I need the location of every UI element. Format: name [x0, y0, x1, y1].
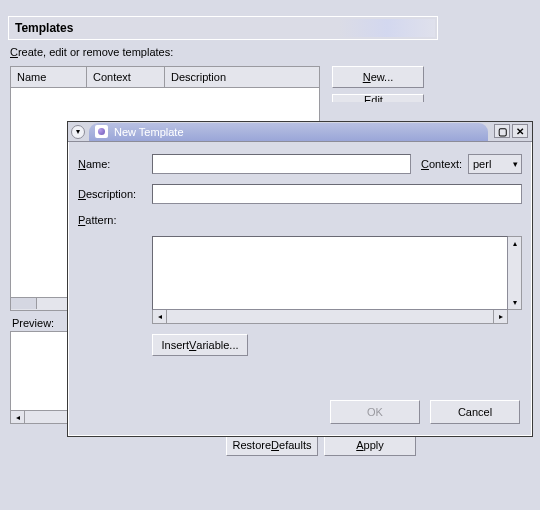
window-menu-icon[interactable]: ▾ — [71, 125, 85, 139]
ok-label: OK — [367, 406, 383, 418]
pattern-vertical-scrollbar[interactable]: ▴ ▾ — [508, 236, 522, 310]
insert-rest: ariable... — [196, 339, 238, 351]
scroll-down-arrow-icon[interactable]: ▾ — [508, 296, 521, 309]
new-button[interactable]: New... — [332, 66, 424, 88]
insert-variable-button[interactable]: Insert Variable... — [152, 334, 248, 356]
context-rest: ontext: — [429, 158, 462, 170]
restore-accel: D — [271, 439, 279, 451]
col-context[interactable]: Context — [87, 67, 165, 87]
context-accel: C — [421, 158, 429, 170]
apply-rest: pply — [364, 439, 384, 451]
description-input[interactable] — [152, 184, 522, 204]
pattern-label: Pattern: — [78, 214, 146, 226]
restore-rest: efaults — [279, 439, 311, 451]
maximize-icon[interactable]: ▢ — [494, 124, 510, 138]
bottom-button-row: Restore Defaults Apply — [226, 434, 534, 456]
restore-pre: Restore — [233, 439, 272, 451]
section-title: Templates — [8, 16, 438, 40]
dialog-titlebar[interactable]: ▾ New Template ▢ ✕ — [68, 122, 532, 142]
panel-caption: Create, edit or remove templates: — [10, 46, 534, 58]
name-input[interactable] — [152, 154, 411, 174]
name-rest: ame: — [86, 158, 110, 170]
description-label: Description: — [78, 188, 146, 200]
apply-accel: A — [356, 439, 363, 451]
pattern-textarea[interactable] — [152, 236, 508, 310]
restore-defaults-button[interactable]: Restore Defaults — [226, 434, 318, 456]
caption-accel: C — [10, 46, 18, 58]
edit-label: Edit... — [364, 94, 392, 102]
col-description[interactable]: Description — [165, 67, 319, 87]
pattern-rest: attern: — [85, 214, 116, 226]
new-accel: N — [363, 71, 371, 83]
edit-button[interactable]: Edit... — [332, 94, 424, 102]
new-template-dialog: ▾ New Template ▢ ✕ Name: Context: perl D… — [67, 121, 533, 437]
context-label: Context: — [421, 158, 462, 170]
context-selected-value: perl — [473, 158, 491, 170]
context-select[interactable]: perl — [468, 154, 522, 174]
scroll-thumb[interactable] — [11, 298, 37, 309]
dialog-title-text: New Template — [114, 126, 184, 138]
close-icon[interactable]: ✕ — [512, 124, 528, 138]
section-title-text: Templates — [15, 21, 73, 35]
insert-pre: Insert — [161, 339, 189, 351]
table-header: Name Context Description — [10, 66, 320, 88]
new-rest: ew... — [371, 71, 394, 83]
col-name[interactable]: Name — [11, 67, 87, 87]
cancel-button[interactable]: Cancel — [430, 400, 520, 424]
scroll-left-arrow-icon[interactable]: ◂ — [153, 310, 167, 323]
name-label: Name: — [78, 158, 146, 170]
eclipse-icon — [95, 125, 108, 138]
ok-button[interactable]: OK — [330, 400, 420, 424]
insert-accel: V — [189, 339, 196, 351]
desc-rest: escription: — [86, 188, 136, 200]
title-tab: New Template — [89, 123, 488, 141]
scroll-right-arrow-icon[interactable]: ▸ — [493, 310, 507, 323]
pattern-horizontal-scrollbar[interactable]: ◂ ▸ — [152, 310, 508, 324]
scroll-left-arrow-icon[interactable]: ◂ — [11, 411, 25, 423]
desc-accel: D — [78, 188, 86, 200]
name-accel: N — [78, 158, 86, 170]
apply-button[interactable]: Apply — [324, 434, 416, 456]
scroll-up-arrow-icon[interactable]: ▴ — [508, 237, 521, 250]
caption-text: reate, edit or remove templates: — [18, 46, 173, 58]
cancel-label: Cancel — [458, 406, 492, 418]
